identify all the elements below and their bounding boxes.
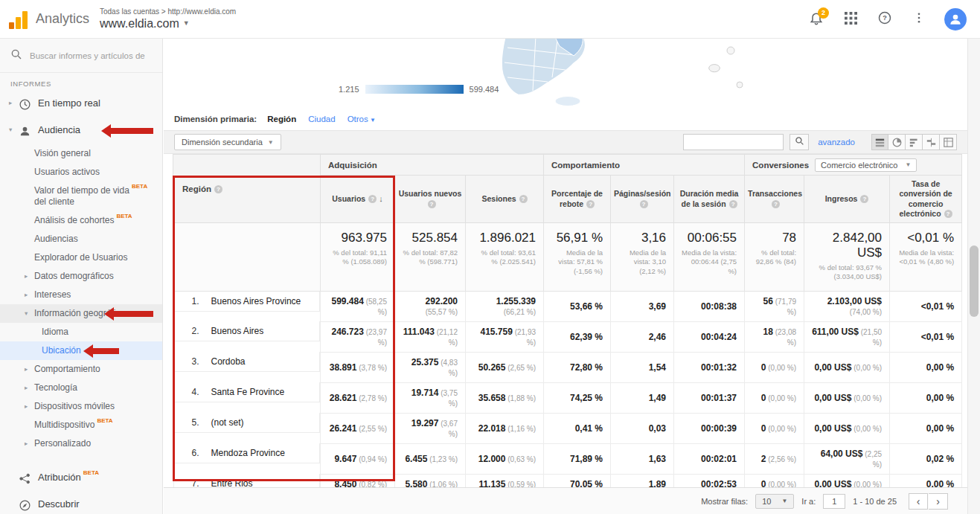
column-header-region[interactable]: Región? [173,155,321,223]
column-header-transacciones[interactable]: Transacciones? [745,176,804,223]
metric-value: 53,66 % [570,301,603,312]
dimension-ciudad[interactable]: Ciudad [308,115,335,123]
dimension-otros[interactable]: Otros ▼ [348,115,376,123]
region-name[interactable]: Cordoba [211,356,246,367]
rows-label: Mostrar filas: [701,497,748,506]
region-name[interactable]: (not set) [211,417,244,428]
column-header-ingresos[interactable]: Ingresos? [804,176,890,223]
summary-subtext: % del total: 93,67 % (3.034,00 US$) [812,263,882,282]
more-options-button[interactable] [910,10,928,28]
summary-value: 56,91 % [551,231,603,245]
metric-value: 0,00 US$ [814,393,851,403]
summary-cell: <0,01 %Media de la vista: <0,01 % (4,80 … [890,223,962,292]
metric-cell: 3,69 [611,291,674,321]
comparison-view-button[interactable] [923,134,940,150]
metric-cell: 1,54 [611,352,674,382]
sidebar-item-audiencias[interactable]: Audiencias [0,230,162,248]
table-row: 3.Cordoba38.891 (3,78 %)25.375 (4,83 %)5… [173,352,962,382]
notifications-button[interactable]: 2 [807,10,825,28]
sidebar-search[interactable] [0,39,162,73]
sidebar-item-comportamiento[interactable]: ▸Comportamiento [0,360,162,379]
sidebar-item-valor-del-tiempo-de-vida-del-cliente[interactable]: Valor del tiempo de vida del clienteBETA [0,181,162,211]
prev-page-button[interactable]: ‹ [909,493,928,510]
next-page-button[interactable]: › [929,493,948,510]
analytics-logo[interactable]: Analytics [0,10,100,29]
summary-value: 00:06:55 [682,231,737,245]
region-cell: 6.Mendoza Province [173,443,321,463]
column-header-usuarios[interactable]: Usuarios?↓ [321,176,395,223]
sidebar-item-explorador-de-usuarios[interactable]: Explorador de Usuarios [0,248,162,267]
help-button[interactable]: ? [876,10,894,28]
column-header-porcentaje-de-rebote[interactable]: Porcentaje de rebote? [544,176,611,223]
summary-region-cell [173,223,321,292]
summary-subtext: % del total: 93,61 % (2.025.541) [473,248,536,267]
breadcrumb[interactable]: Todas las cuentas > http://www.eldia.com [100,7,236,16]
metric-percent: (58,25 %) [364,298,387,316]
sidebar-item-descubrir[interactable]: Descubrir [0,492,162,514]
metric-percent: (1,16 %) [505,425,536,433]
sidebar-item-tecnologia[interactable]: ▸Tecnología [0,379,162,397]
column-header-duracion-media-de-la-sesion[interactable]: Duración media de la sesión? [674,176,745,223]
metric-percent: (66,21 %) [504,308,536,316]
secondary-dimension-button[interactable]: Dimensión secundaria ▼ [174,134,281,150]
sidebar-item-vision-general[interactable]: Visión general [0,144,162,163]
table-search-button[interactable] [790,134,809,150]
search-input[interactable] [30,51,149,60]
metric-value: 25.375 [411,357,439,367]
summary-subtext: Media de la vista: 00:06:44 (2,75 %) [682,248,737,276]
region-name[interactable]: Santa Fe Province [211,387,285,397]
apps-grid-button[interactable] [842,10,859,28]
svg-text:?: ? [883,14,887,22]
sidebar-item-intereses[interactable]: ▸Intereses [0,286,162,304]
summary-subtext: Media de la vista: 3,10 (2,12 %) [618,248,666,276]
sidebar-nav: ▸En tiempo real▾AudienciaVisión generalU… [0,91,162,514]
metric-cell: 246.723 (23,97 %) [321,321,395,352]
advanced-filter-link[interactable]: avanzado [818,138,855,147]
sidebar-item-label: Personalizado [34,438,91,449]
sidebar-item-personalizado[interactable]: ▸Personalizado [0,434,162,453]
sidebar-item-usuarios-activos[interactable]: Usuarios activos [0,163,162,181]
geo-map[interactable]: 1.215 599.484 [164,39,967,108]
metric-cell: 1.255.339 (66,21 %) [466,291,544,321]
column-header-paginas-sesion[interactable]: Páginas/sesión? [611,176,674,223]
performance-view-button[interactable] [906,134,923,150]
rows-per-page-select[interactable]: 10 ▼ [755,494,794,509]
search-icon [795,136,804,148]
sidebar-item-idioma[interactable]: Idioma [0,323,162,341]
table-view-button[interactable] [871,134,888,150]
sidebar-item-en-tiempo-real[interactable]: ▸En tiempo real [0,91,162,118]
region-name[interactable]: Buenos Aires Province [211,296,301,306]
account-switcher[interactable]: www.eldia.com ▼ [100,16,236,30]
goto-page-input[interactable]: 1 [823,494,845,509]
sidebar-item-label: Explorador de Usuarios [34,252,127,263]
map-island-outline-3 [737,82,743,88]
sidebar-item-audiencia[interactable]: ▾Audiencia [0,118,162,144]
scrollbar-thumb[interactable] [970,245,979,317]
pivot-view-button[interactable] [940,134,957,150]
sidebar-item-ubicacion[interactable]: Ubicación [0,341,162,360]
column-header-usuarios-nuevos[interactable]: Usuarios nuevos? [395,176,466,223]
percentage-view-button[interactable] [888,134,906,150]
sidebar-item-informacion-geografica[interactable]: ▾Información geográfica [0,304,162,323]
avatar[interactable] [944,8,967,30]
caret-icon: ▸ [25,289,34,299]
summary-subtext: Media de la vista: 57,81 % (-1,56 %) [551,248,603,276]
sidebar-item-analisis-de-cohortes[interactable]: Análisis de cohortesBETA [0,211,162,230]
beta-badge: BETA [97,417,112,425]
region-cell: 3.Cordoba [173,352,321,372]
metric-percent: (23,97 %) [364,328,387,347]
table-search-input[interactable] [683,134,784,150]
region-name[interactable]: Mendoza Province [211,448,285,458]
ecommerce-selector[interactable]: Comercio electrónico▼ [815,158,917,172]
caret-icon: ▸ [25,382,34,392]
vertical-scrollbar[interactable] [967,39,980,514]
sidebar-item-datos-demograficos[interactable]: ▸Datos demográficos [0,267,162,286]
help-icon: ? [729,200,737,208]
sidebar-item-atribucion[interactable]: AtribuciónBETA [0,465,162,492]
dimension-region[interactable]: Región [267,115,296,123]
sidebar-item-multidispositivo[interactable]: MultidispositivoBETA [0,416,162,434]
region-name[interactable]: Buenos Aires [211,326,264,336]
sidebar-item-dispositivos-moviles[interactable]: ▸Dispositivos móviles [0,397,162,416]
column-header-sesiones[interactable]: Sesiones? [466,176,544,223]
column-header-tasa-de-conversion-de-comercio-electronico[interactable]: Tasa de conversión de comercio electróni… [890,176,962,223]
